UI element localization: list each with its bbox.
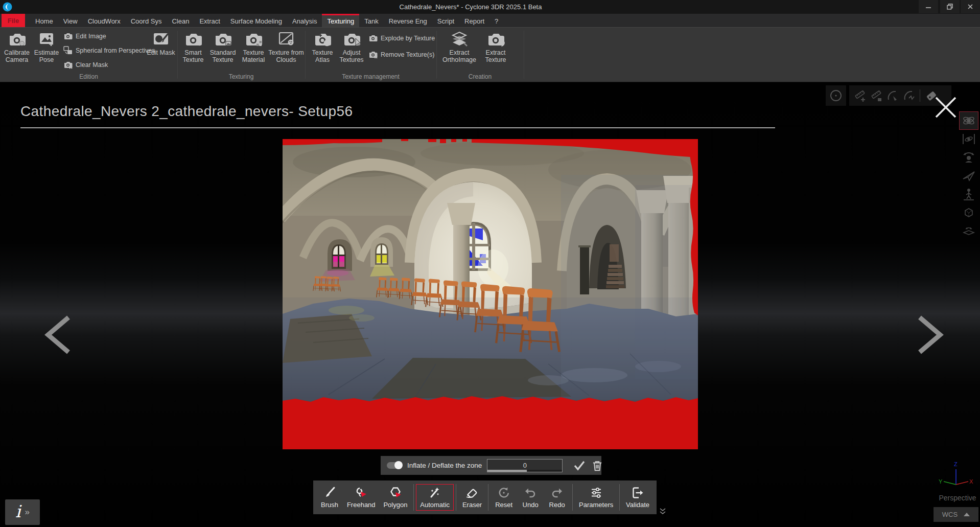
look-around-icon <box>961 150 976 165</box>
next-setup-button[interactable] <box>916 314 946 355</box>
validate-button[interactable]: Validate <box>622 484 654 511</box>
center-view-button[interactable] <box>826 85 846 106</box>
coordinate-system-dropdown[interactable]: WCS <box>934 507 978 522</box>
texture-atlas-button[interactable]: Texture Atlas <box>308 30 337 63</box>
button-label: Texture Material <box>242 49 265 63</box>
edit-mask-button[interactable]: Edit Mask <box>146 30 176 56</box>
smart-texture-button[interactable]: Smart Texture <box>178 30 208 63</box>
tool-label: Reset <box>495 501 512 509</box>
view-cube-button[interactable] <box>959 203 978 222</box>
menu-item-texturing[interactable]: Texturing <box>322 14 359 27</box>
info-panel-button[interactable]: i » <box>5 499 40 525</box>
reset-icon <box>497 486 510 499</box>
panorama-mask-canvas[interactable] <box>283 139 698 449</box>
edit-image-icon <box>63 32 73 41</box>
estimate-pose-button[interactable]: Estimate Pose <box>32 30 61 63</box>
app-logo-icon[interactable] <box>3 2 12 12</box>
inflate-deflate-bar: Inflate / Deflate the zone <box>381 456 601 475</box>
extract-texture-button[interactable]: Extract Texture <box>481 30 510 63</box>
menu-item-extract[interactable]: Extract <box>194 14 225 27</box>
previous-setup-button[interactable] <box>42 314 73 355</box>
extract-orthoimage-button[interactable]: Extract OrthoImage <box>441 30 477 63</box>
menu-item-cloudworx[interactable]: CloudWorx <box>83 14 126 27</box>
inflate-toggle[interactable] <box>387 462 402 469</box>
eraser-tool-button[interactable]: Eraser <box>458 484 486 511</box>
polygon-tool-button[interactable]: Polygon <box>379 484 411 511</box>
standard-texture-button[interactable]: Standard Texture <box>208 30 238 63</box>
menu-item-help[interactable]: ? <box>489 14 503 27</box>
inflate-input-wrap <box>487 459 563 472</box>
toolbar-separator <box>456 484 456 511</box>
fly-mode-button[interactable] <box>959 167 978 185</box>
undo-icon <box>524 486 537 499</box>
clear-mask-button[interactable]: Clear Mask <box>63 60 108 70</box>
mini-toolbar-separator <box>920 89 920 102</box>
ribbon-group-edition: Calibrate Camera Estimate Pose Edit Imag… <box>0 28 177 82</box>
button-label: Spherical from Perspectives <box>76 47 155 54</box>
delete-zone-button[interactable] <box>591 460 603 472</box>
sliders-icon <box>590 486 603 499</box>
angle-measure-icon[interactable] <box>886 89 899 102</box>
ribbon: Calibrate Camera Estimate Pose Edit Imag… <box>0 27 980 82</box>
menu-item-home[interactable]: Home <box>30 14 58 27</box>
remove-measure-icon[interactable] <box>870 89 883 102</box>
menu-item-tank[interactable]: Tank <box>359 14 383 27</box>
orbit-mode-button[interactable] <box>959 111 978 130</box>
brush-tool-button[interactable]: Brush <box>316 484 343 511</box>
restore-button[interactable] <box>940 0 960 13</box>
apply-inflate-button[interactable] <box>573 459 586 472</box>
menu-item-analysis[interactable]: Analysis <box>287 14 322 27</box>
menu-item-clean[interactable]: Clean <box>167 14 194 27</box>
menu-item-view[interactable]: View <box>58 14 83 27</box>
texture-material-button[interactable]: Texture Material <box>239 30 268 63</box>
mask-tools-toolbar: Brush Freehand Polygon A <box>313 480 657 514</box>
texture-from-clouds-button[interactable]: Texture from Clouds <box>268 30 304 63</box>
button-label: Standard Texture <box>210 49 236 63</box>
reset-button[interactable]: Reset <box>491 484 517 511</box>
ribbon-group-texture-management: Texture Atlas Adjust Textures Explode by… <box>305 28 436 82</box>
smart-texture-icon <box>184 31 202 47</box>
angle-axis-measure-icon[interactable] <box>902 89 916 102</box>
redo-button[interactable]: Redo <box>544 484 570 511</box>
turntable-mode-button[interactable] <box>959 222 978 240</box>
title-underline <box>20 127 775 128</box>
close-setup-button[interactable] <box>933 95 959 120</box>
minimize-button[interactable] <box>919 0 938 13</box>
walk-mode-button[interactable] <box>959 185 978 203</box>
look-around-mode-button[interactable] <box>959 148 978 167</box>
collapse-toolbar-icon[interactable] <box>658 508 667 516</box>
parameters-button[interactable]: Parameters <box>575 484 617 511</box>
menu-item-surface-modeling[interactable]: Surface Modeling <box>225 14 287 27</box>
button-label: Edit Image <box>76 33 106 40</box>
menu-item-report[interactable]: Report <box>459 14 489 27</box>
remove-textures-button[interactable]: Remove Texture(s) <box>368 50 434 59</box>
axis-z-label: Z <box>954 461 958 467</box>
inflate-slider-fill[interactable] <box>487 470 527 472</box>
menu-item-script[interactable]: Script <box>432 14 459 27</box>
menu-item-reverse-eng[interactable]: Reverse Eng <box>384 14 432 27</box>
menu-item-coord-sys[interactable]: Coord Sys <box>126 14 167 27</box>
adjust-textures-button[interactable]: Adjust Textures <box>337 30 366 63</box>
cs-label: WCS <box>942 511 958 518</box>
automatic-tool-button[interactable]: Automatic <box>416 484 454 511</box>
tool-label: Freehand <box>347 501 376 509</box>
explode-by-texture-button[interactable]: Explode by Texture <box>368 34 435 43</box>
adjust-textures-icon <box>342 31 361 47</box>
constrained-orbit-mode-button[interactable] <box>959 130 978 148</box>
menu-file-button[interactable]: File <box>2 14 25 27</box>
undo-button[interactable]: Undo <box>517 484 544 511</box>
edit-image-button[interactable]: Edit Image <box>63 32 106 41</box>
image-plus-icon <box>37 31 56 47</box>
calibrate-camera-button[interactable]: Calibrate Camera <box>2 30 32 63</box>
freehand-tool-button[interactable]: Freehand <box>343 484 379 511</box>
ribbon-group-creation: Extract OrthoImage Extract Texture Creat… <box>436 28 524 82</box>
tool-label: Redo <box>549 501 565 509</box>
spherical-from-perspectives-button[interactable]: Spherical from Perspectives <box>63 46 155 55</box>
close-window-button[interactable] <box>961 0 980 13</box>
constrained-orbit-icon <box>961 131 976 147</box>
tool-label: Automatic <box>420 501 450 509</box>
toolbar-separator <box>488 484 488 511</box>
add-measure-icon[interactable] <box>853 89 867 102</box>
info-icon: i <box>15 503 21 520</box>
camera-gear-icon <box>8 31 26 47</box>
